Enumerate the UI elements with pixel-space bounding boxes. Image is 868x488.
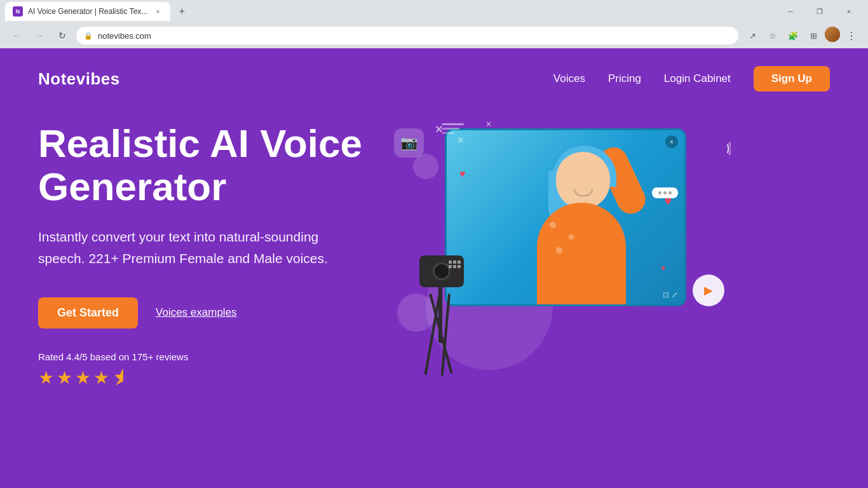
hero-text: Realistic AI Voice Generator Instantly c… xyxy=(38,122,362,388)
shirt-dot-2 xyxy=(569,234,574,240)
maximize-button[interactable]: ❐ xyxy=(806,0,834,23)
camera-grid xyxy=(449,261,461,268)
back-button[interactable]: ← xyxy=(8,27,25,44)
person-smile xyxy=(574,189,593,196)
browser-chrome: N AI Voice Generator | Realistic Tex... … xyxy=(0,0,868,48)
new-tab-button[interactable]: + xyxy=(173,3,191,20)
nav-links: Voices Pricing Login Cabinet Sign Up xyxy=(553,66,830,92)
website-content: Notevibes Voices Pricing Login Cabinet S… xyxy=(0,48,868,488)
star-2: ★ xyxy=(57,367,72,388)
address-bar-row: ← → ↻ 🔒 notevibes.com ↗ ☆ 🧩 ⊞ ⋮ xyxy=(0,23,868,48)
minimize-button[interactable]: ─ xyxy=(776,0,804,23)
forward-button[interactable]: → xyxy=(31,27,48,44)
camera-icon-float: 📷 xyxy=(394,128,424,158)
grid-dot xyxy=(458,265,461,268)
window-controls: ─ ❐ × xyxy=(776,0,863,23)
screen-controls: ⊡ ⤢ xyxy=(663,290,678,299)
heart-icon-3: ♥ xyxy=(661,264,665,273)
menu-button[interactable]: ⋮ xyxy=(843,27,860,44)
signal-waves-svg xyxy=(712,141,731,156)
star-3: ★ xyxy=(75,367,91,388)
lock-icon: 🔒 xyxy=(84,32,93,40)
heart-icon-1: ♥ xyxy=(459,168,466,180)
reload-button[interactable]: ↻ xyxy=(53,27,71,44)
shirt-dot-1 xyxy=(550,222,556,228)
deco-line-1 xyxy=(442,123,464,125)
bubble-dot-2 xyxy=(663,191,667,194)
navbar: Notevibes Voices Pricing Login Cabinet S… xyxy=(0,48,868,109)
person-face xyxy=(556,152,610,209)
site-logo[interactable]: Notevibes xyxy=(38,69,120,89)
profile-button[interactable] xyxy=(825,27,840,42)
star-rating: ★ ★ ★ ★ ⯨ xyxy=(38,367,362,388)
tab-close-button[interactable]: × xyxy=(153,6,163,17)
nav-link-login[interactable]: Login Cabinet xyxy=(664,72,731,85)
play-button-float[interactable]: ▶ xyxy=(693,274,724,306)
person-figure xyxy=(527,139,654,304)
browser-tab[interactable]: N AI Voice Generator | Realistic Tex... … xyxy=(5,2,170,21)
screen-icon-2: ⤢ xyxy=(672,290,678,299)
tab-favicon: N xyxy=(13,6,23,17)
camera-tripod xyxy=(413,249,489,376)
nav-link-pricing[interactable]: Pricing xyxy=(608,72,641,85)
star-5: ⯨ xyxy=(112,367,130,388)
grid-dot xyxy=(453,261,456,264)
hero-subtitle: Instantly convert your text into natural… xyxy=(38,226,356,269)
star-1: ★ xyxy=(38,367,54,388)
screen-icon-1: ⊡ xyxy=(663,290,669,299)
address-text: notevibes.com xyxy=(98,31,151,41)
star-4: ★ xyxy=(93,367,109,388)
camera-body xyxy=(419,255,464,287)
close-button[interactable]: × xyxy=(835,0,863,23)
extensions-button[interactable]: 🧩 xyxy=(784,27,802,44)
chat-bubble xyxy=(652,187,678,198)
deco-circle-2 xyxy=(413,154,438,179)
voices-examples-link[interactable]: Voices examples xyxy=(156,306,237,319)
nav-link-voices[interactable]: Voices xyxy=(553,72,585,85)
bubble-dot-1 xyxy=(658,191,661,194)
tab-title: AI Voice Generator | Realistic Tex... xyxy=(28,7,147,16)
x-mark-3: × xyxy=(486,119,491,129)
sidebar-button[interactable]: ⊞ xyxy=(804,27,822,44)
toolbar-actions: ↗ ☆ 🧩 ⊞ ⋮ xyxy=(743,27,860,44)
screen-close-icon: × xyxy=(665,135,678,148)
signal-icon xyxy=(712,141,731,161)
illustration: × xyxy=(388,116,737,383)
profile-avatar xyxy=(825,27,840,42)
grid-dot xyxy=(449,261,452,264)
share-button[interactable]: ↗ xyxy=(743,27,761,44)
hero-illustration: × xyxy=(388,116,830,395)
bubble-dot-3 xyxy=(668,191,672,194)
person-body xyxy=(537,203,626,304)
deco-line-3 xyxy=(442,132,454,134)
grid-dot xyxy=(453,265,456,268)
hero-section: Realistic AI Voice Generator Instantly c… xyxy=(0,109,868,395)
deco-lines xyxy=(442,123,464,134)
hero-title: Realistic AI Voice Generator xyxy=(38,122,362,208)
get-started-button[interactable]: Get Started xyxy=(38,297,138,329)
grid-dot xyxy=(458,261,461,264)
signup-button[interactable]: Sign Up xyxy=(754,66,830,92)
x-mark-2: × xyxy=(458,135,463,146)
title-bar: N AI Voice Generator | Realistic Tex... … xyxy=(0,0,868,23)
bookmark-button[interactable]: ☆ xyxy=(764,27,782,44)
camera-lens xyxy=(433,262,451,280)
deco-line-2 xyxy=(442,128,459,130)
rating-text: Rated 4.4/5 based on 175+ reviews xyxy=(38,351,362,362)
hero-actions: Get Started Voices examples xyxy=(38,297,362,329)
grid-dot xyxy=(449,265,452,268)
address-bar[interactable]: 🔒 notevibes.com xyxy=(76,27,738,44)
shirt-dot-3 xyxy=(556,247,562,254)
rating-section: Rated 4.4/5 based on 175+ reviews ★ ★ ★ … xyxy=(38,351,362,388)
